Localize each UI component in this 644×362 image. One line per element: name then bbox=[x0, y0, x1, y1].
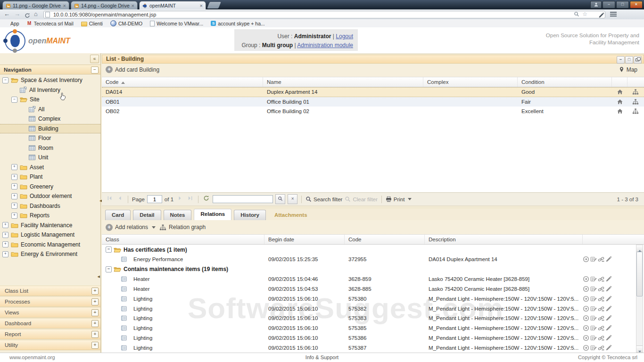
relations-icon-cell[interactable] bbox=[627, 108, 643, 115]
accordion-class-list[interactable]: Class List bbox=[0, 286, 100, 296]
delete-relation-icon[interactable] bbox=[598, 325, 604, 331]
browser-menu-icon[interactable] bbox=[610, 12, 617, 16]
sidebar-item-all-inventory[interactable]: All Inventory bbox=[0, 85, 100, 95]
column-header-description[interactable]: Description bbox=[425, 235, 583, 244]
accordion-expand-icon[interactable] bbox=[91, 298, 99, 305]
edit-card-icon[interactable] bbox=[590, 276, 597, 282]
tab-close-icon[interactable] bbox=[200, 3, 203, 8]
sidebar-item-unit[interactable]: Unit bbox=[0, 153, 100, 163]
sidebar-item-room[interactable]: Room bbox=[0, 143, 100, 153]
sidebar-item-facility-maintenance[interactable]: +Facility Maintenance bbox=[0, 221, 100, 230]
relation-row[interactable]: Lighting09/02/2015 15:06:10575386M_Penda… bbox=[102, 333, 644, 343]
scroll-up-icon[interactable] bbox=[636, 245, 643, 252]
relation-row[interactable]: Lighting09/02/2015 15:06:10575383M_Penda… bbox=[102, 313, 644, 323]
scrollbar-thumb[interactable] bbox=[636, 252, 643, 296]
open-card-icon[interactable] bbox=[583, 325, 589, 331]
bookmark-item[interactable]: Tecnoteca srl Mail bbox=[27, 21, 74, 26]
tab-close-icon[interactable] bbox=[63, 3, 66, 8]
home-button[interactable]: ⌂ bbox=[34, 10, 38, 17]
collapse-icon[interactable]: − bbox=[2, 77, 8, 83]
accordion-utility[interactable]: Utility bbox=[0, 340, 100, 350]
accordion-dashboard[interactable]: Dashboard bbox=[0, 318, 100, 329]
relation-row[interactable]: Lighting09/02/2015 15:06:10575387M_Penda… bbox=[102, 343, 644, 353]
footer-support-link[interactable]: Info & Support bbox=[0, 354, 644, 360]
window-close-button[interactable] bbox=[630, 1, 643, 8]
relation-row[interactable]: Lighting09/02/2015 15:06:10575382M_Penda… bbox=[102, 304, 644, 313]
admin-module-link[interactable]: Administration module bbox=[297, 42, 353, 49]
bookmark-item[interactable]: Saccount skype + ha... bbox=[211, 21, 265, 26]
collapse-icon[interactable]: − bbox=[106, 247, 112, 253]
home-icon-cell[interactable] bbox=[612, 89, 627, 95]
delete-relation-icon[interactable] bbox=[598, 276, 604, 282]
expand-icon[interactable]: + bbox=[11, 183, 17, 189]
column-header-class[interactable]: Class bbox=[102, 235, 264, 244]
collapse-icon[interactable]: − bbox=[11, 97, 17, 103]
expand-icon[interactable]: + bbox=[11, 193, 17, 199]
window-minimize-button[interactable] bbox=[603, 1, 615, 8]
delete-relation-icon[interactable] bbox=[598, 305, 604, 312]
open-card-icon[interactable] bbox=[583, 345, 589, 351]
sidebar-item-plant[interactable]: +Plant bbox=[0, 172, 100, 182]
column-header-code[interactable]: Code bbox=[102, 77, 263, 87]
open-card-icon[interactable] bbox=[583, 296, 589, 302]
sidebar-item-economic-management[interactable]: +Economic Management bbox=[0, 240, 100, 250]
print-button[interactable]: Print bbox=[386, 196, 412, 202]
tab-close-icon[interactable] bbox=[132, 3, 134, 8]
delete-relation-icon[interactable] bbox=[598, 335, 604, 341]
sidebar-item-asset[interactable]: +Asset bbox=[0, 163, 100, 173]
quick-search-clear-icon[interactable] bbox=[288, 194, 297, 204]
delete-relation-icon[interactable] bbox=[598, 345, 604, 351]
relations-icon-cell[interactable] bbox=[627, 99, 643, 105]
tab-detail[interactable]: Detail bbox=[133, 210, 161, 220]
edit-card-icon[interactable] bbox=[590, 325, 597, 331]
window-maximize-button[interactable] bbox=[616, 1, 629, 8]
tab-attachments[interactable]: Attachments bbox=[268, 210, 314, 220]
open-card-icon[interactable] bbox=[583, 315, 589, 321]
clear-filter-button[interactable]: Clear filter bbox=[345, 196, 377, 202]
edit-relation-icon[interactable] bbox=[605, 256, 612, 263]
sidebar-item-dashboards[interactable]: +Dashboards bbox=[0, 201, 100, 211]
bookmark-star-icon[interactable] bbox=[582, 11, 587, 17]
edit-relation-icon[interactable] bbox=[605, 305, 612, 312]
edit-relation-icon[interactable] bbox=[605, 345, 612, 351]
tab-history[interactable]: History bbox=[234, 210, 266, 220]
open-card-icon[interactable] bbox=[583, 286, 589, 292]
relation-row[interactable]: Heater09/02/2015 15:04:463628-859Lasko 7… bbox=[102, 274, 644, 284]
browser-tab[interactable]: 11.png - Google Drive bbox=[2, 1, 69, 10]
expand-icon[interactable]: + bbox=[2, 241, 8, 247]
sidebar-item-all[interactable]: All bbox=[0, 105, 100, 115]
sidebar-item-floor[interactable]: Floor bbox=[0, 133, 100, 143]
navigation-collapse-icon[interactable] bbox=[91, 66, 99, 74]
add-relations-button[interactable]: Add relations bbox=[106, 224, 156, 231]
profile-icon[interactable] bbox=[590, 1, 602, 8]
relations-icon-cell[interactable] bbox=[627, 89, 643, 95]
edit-card-icon[interactable] bbox=[590, 256, 597, 263]
page-number-input[interactable] bbox=[147, 195, 162, 203]
relation-row[interactable]: Heater09/02/2015 15:04:533628-885Lasko 7… bbox=[102, 284, 644, 294]
delete-relation-icon[interactable] bbox=[598, 315, 604, 321]
home-icon-cell[interactable] bbox=[612, 108, 627, 115]
open-card-icon[interactable] bbox=[583, 276, 589, 282]
map-button[interactable]: Map bbox=[619, 66, 637, 73]
sidebar-item-complex[interactable]: Complex bbox=[0, 114, 100, 124]
accordion-views[interactable]: Views bbox=[0, 307, 100, 318]
edit-relation-icon[interactable] bbox=[605, 315, 612, 321]
logout-link[interactable]: Logout bbox=[336, 33, 353, 40]
last-page-icon[interactable] bbox=[186, 195, 194, 203]
expand-icon[interactable]: + bbox=[2, 232, 8, 238]
expand-icon[interactable]: + bbox=[2, 222, 8, 228]
forward-button[interactable]: → bbox=[14, 10, 20, 17]
zoom-icon[interactable] bbox=[574, 11, 579, 17]
add-card-building-button[interactable]: Add card Building bbox=[106, 66, 159, 73]
delete-relation-icon[interactable] bbox=[598, 296, 604, 302]
refresh-button[interactable] bbox=[25, 11, 30, 18]
panel-minimize-icon[interactable] bbox=[617, 56, 625, 64]
open-card-icon[interactable] bbox=[583, 335, 589, 341]
accordion-processes[interactable]: Processes bbox=[0, 296, 100, 307]
table-row[interactable]: OB02Office Building 02Excellent bbox=[102, 107, 644, 116]
sidebar-item-energy-environment[interactable]: +Energy & Environment bbox=[0, 249, 100, 259]
refresh-grid-icon[interactable] bbox=[202, 195, 210, 203]
open-card-icon[interactable] bbox=[583, 305, 589, 312]
home-icon-cell[interactable] bbox=[612, 99, 627, 105]
bookmark-item[interactable]: App bbox=[4, 21, 19, 26]
